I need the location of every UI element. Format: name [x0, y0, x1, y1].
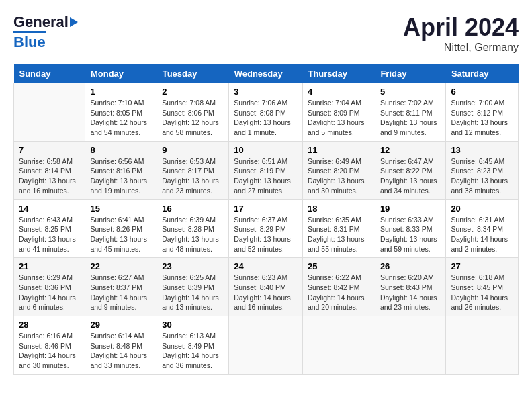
day-cell: 16Sunrise: 6:39 AMSunset: 8:28 PMDayligh… [157, 199, 229, 258]
day-number: 1 [90, 87, 152, 97]
day-info: Sunrise: 6:18 AMSunset: 8:45 PMDaylight:… [451, 273, 513, 312]
week-row-5: 28Sunrise: 6:16 AMSunset: 8:46 PMDayligh… [14, 316, 519, 375]
day-cell: 9Sunrise: 6:53 AMSunset: 8:17 PMDaylight… [157, 141, 229, 199]
day-info: Sunrise: 6:29 AMSunset: 8:36 PMDaylight:… [19, 273, 80, 312]
day-number: 2 [162, 87, 224, 97]
day-cell: 5Sunrise: 7:02 AMSunset: 8:11 PMDaylight… [375, 83, 446, 142]
day-number: 6 [451, 87, 513, 97]
day-cell: 15Sunrise: 6:41 AMSunset: 8:26 PMDayligh… [85, 199, 157, 258]
day-cell: 26Sunrise: 6:20 AMSunset: 8:43 PMDayligh… [375, 258, 446, 316]
day-cell: 6Sunrise: 7:00 AMSunset: 8:12 PMDaylight… [446, 83, 519, 142]
day-cell [229, 316, 303, 375]
day-cell: 25Sunrise: 6:22 AMSunset: 8:42 PMDayligh… [302, 258, 375, 316]
day-info: Sunrise: 6:25 AMSunset: 8:39 PMDaylight:… [162, 273, 224, 312]
day-number: 17 [234, 203, 298, 214]
column-header-saturday: Saturday [446, 64, 519, 83]
week-row-2: 7Sunrise: 6:58 AMSunset: 8:14 PMDaylight… [14, 141, 519, 199]
week-row-1: 1Sunrise: 7:10 AMSunset: 8:05 PMDaylight… [14, 83, 519, 142]
day-cell: 1Sunrise: 7:10 AMSunset: 8:05 PMDaylight… [85, 83, 157, 142]
day-number: 7 [19, 145, 80, 155]
day-info: Sunrise: 6:47 AMSunset: 8:22 PMDaylight:… [380, 156, 441, 196]
day-info: Sunrise: 7:08 AMSunset: 8:06 PMDaylight:… [162, 98, 224, 138]
day-number: 13 [451, 145, 513, 155]
day-cell: 22Sunrise: 6:27 AMSunset: 8:37 PMDayligh… [85, 258, 157, 316]
day-cell: 29Sunrise: 6:14 AMSunset: 8:48 PMDayligh… [85, 316, 157, 375]
day-number: 19 [380, 203, 441, 214]
column-header-monday: Monday [85, 64, 157, 83]
day-number: 30 [162, 320, 224, 330]
day-info: Sunrise: 6:13 AMSunset: 8:49 PMDaylight:… [162, 331, 224, 371]
day-cell [302, 316, 375, 375]
day-number: 21 [19, 261, 80, 271]
day-info: Sunrise: 6:49 AMSunset: 8:20 PMDaylight:… [308, 156, 370, 196]
logo-arrow-icon [70, 17, 78, 27]
day-info: Sunrise: 6:45 AMSunset: 8:23 PMDaylight:… [451, 156, 513, 196]
day-cell: 18Sunrise: 6:35 AMSunset: 8:31 PMDayligh… [302, 199, 375, 258]
day-cell: 11Sunrise: 6:49 AMSunset: 8:20 PMDayligh… [302, 141, 375, 199]
day-info: Sunrise: 6:53 AMSunset: 8:17 PMDaylight:… [162, 156, 224, 196]
day-cell: 12Sunrise: 6:47 AMSunset: 8:22 PMDayligh… [375, 141, 446, 199]
day-cell: 19Sunrise: 6:33 AMSunset: 8:33 PMDayligh… [375, 199, 446, 258]
day-cell: 14Sunrise: 6:43 AMSunset: 8:25 PMDayligh… [14, 199, 85, 258]
page-header: General Blue April 2024 Nittel, Germany [13, 13, 519, 54]
day-cell: 3Sunrise: 7:06 AMSunset: 8:08 PMDaylight… [229, 83, 303, 142]
day-number: 4 [308, 87, 370, 97]
day-cell: 4Sunrise: 7:04 AMSunset: 8:09 PMDaylight… [302, 83, 375, 142]
day-number: 12 [380, 145, 441, 155]
day-number: 26 [380, 261, 441, 271]
day-info: Sunrise: 6:14 AMSunset: 8:48 PMDaylight:… [90, 331, 152, 371]
day-number: 9 [162, 145, 224, 155]
day-number: 14 [19, 203, 80, 214]
day-cell: 30Sunrise: 6:13 AMSunset: 8:49 PMDayligh… [157, 316, 229, 375]
day-info: Sunrise: 7:02 AMSunset: 8:11 PMDaylight:… [380, 98, 441, 138]
day-info: Sunrise: 7:04 AMSunset: 8:09 PMDaylight:… [308, 98, 370, 138]
day-cell: 21Sunrise: 6:29 AMSunset: 8:36 PMDayligh… [14, 258, 85, 316]
day-cell [446, 316, 519, 375]
calendar-table: SundayMondayTuesdayWednesdayThursdayFrid… [13, 64, 519, 375]
day-cell: 23Sunrise: 6:25 AMSunset: 8:39 PMDayligh… [157, 258, 229, 316]
day-info: Sunrise: 6:37 AMSunset: 8:29 PMDaylight:… [234, 215, 298, 255]
day-number: 24 [234, 261, 298, 271]
day-info: Sunrise: 6:35 AMSunset: 8:31 PMDaylight:… [308, 215, 370, 255]
day-number: 18 [308, 203, 370, 214]
day-cell: 27Sunrise: 6:18 AMSunset: 8:45 PMDayligh… [446, 258, 519, 316]
day-info: Sunrise: 6:58 AMSunset: 8:14 PMDaylight:… [19, 156, 80, 196]
day-info: Sunrise: 6:31 AMSunset: 8:34 PMDaylight:… [451, 215, 513, 255]
day-number: 22 [90, 261, 152, 271]
day-cell: 13Sunrise: 6:45 AMSunset: 8:23 PMDayligh… [446, 141, 519, 199]
column-header-friday: Friday [375, 64, 446, 83]
column-header-sunday: Sunday [14, 64, 85, 83]
day-info: Sunrise: 6:41 AMSunset: 8:26 PMDaylight:… [90, 215, 152, 255]
title-block: April 2024 Nittel, Germany [403, 13, 519, 54]
day-number: 5 [380, 87, 441, 97]
day-info: Sunrise: 6:20 AMSunset: 8:43 PMDaylight:… [380, 273, 441, 312]
day-number: 28 [19, 320, 80, 330]
day-cell: 17Sunrise: 6:37 AMSunset: 8:29 PMDayligh… [229, 199, 303, 258]
day-info: Sunrise: 6:16 AMSunset: 8:46 PMDaylight:… [19, 331, 80, 371]
logo-general: General [13, 13, 69, 31]
day-info: Sunrise: 6:39 AMSunset: 8:28 PMDaylight:… [162, 215, 224, 255]
day-number: 8 [90, 145, 152, 155]
calendar-subtitle: Nittel, Germany [403, 42, 519, 54]
day-number: 20 [451, 203, 513, 214]
column-header-thursday: Thursday [302, 64, 375, 83]
day-info: Sunrise: 6:56 AMSunset: 8:16 PMDaylight:… [90, 156, 152, 196]
day-info: Sunrise: 6:33 AMSunset: 8:33 PMDaylight:… [380, 215, 441, 255]
column-header-wednesday: Wednesday [229, 64, 303, 83]
day-number: 29 [90, 320, 152, 330]
column-headers: SundayMondayTuesdayWednesdayThursdayFrid… [14, 64, 519, 83]
day-number: 25 [308, 261, 370, 271]
day-info: Sunrise: 7:00 AMSunset: 8:12 PMDaylight:… [451, 98, 513, 138]
day-cell: 24Sunrise: 6:23 AMSunset: 8:40 PMDayligh… [229, 258, 303, 316]
day-cell: 10Sunrise: 6:51 AMSunset: 8:19 PMDayligh… [229, 141, 303, 199]
day-info: Sunrise: 6:22 AMSunset: 8:42 PMDaylight:… [308, 273, 370, 312]
day-number: 11 [308, 145, 370, 155]
logo: General Blue [13, 13, 78, 51]
day-info: Sunrise: 6:27 AMSunset: 8:37 PMDaylight:… [90, 273, 152, 312]
day-number: 27 [451, 261, 513, 271]
day-number: 3 [234, 87, 298, 97]
day-cell [14, 83, 85, 142]
day-cell: 7Sunrise: 6:58 AMSunset: 8:14 PMDaylight… [14, 141, 85, 199]
day-number: 23 [162, 261, 224, 271]
day-info: Sunrise: 6:43 AMSunset: 8:25 PMDaylight:… [19, 215, 80, 255]
